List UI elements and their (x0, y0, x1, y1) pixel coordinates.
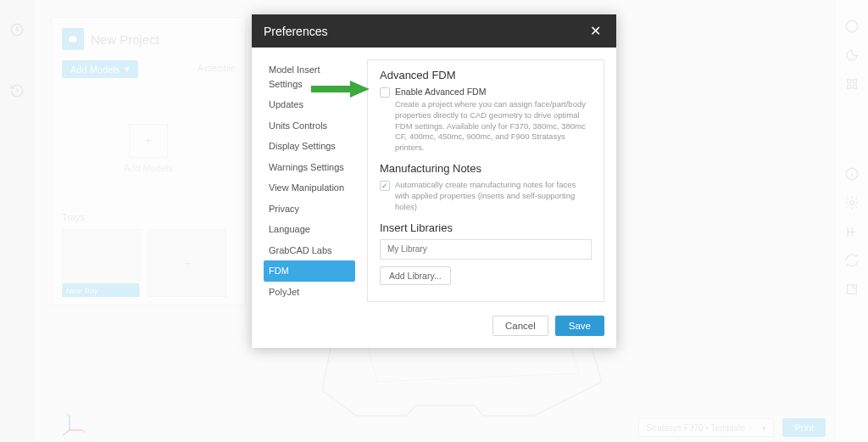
section-manufacturing-title: Manufacturing Notes (380, 162, 592, 175)
section-advanced-fdm-title: Advanced FDM (380, 69, 592, 81)
trays-label: Trays (62, 212, 235, 222)
tray-add[interactable] (148, 229, 226, 297)
left-sidebar (0, 0, 34, 442)
axis-gizmo: x z (61, 411, 86, 437)
add-models-label: Add Models (70, 64, 120, 75)
svg-rect-5 (853, 85, 856, 88)
cloud-icon (843, 17, 861, 36)
drop-zone[interactable]: Add Models (62, 102, 235, 195)
project-title: New Project (91, 32, 159, 47)
tray-active-name: New Tray (66, 287, 98, 295)
drop-label: Add Models (124, 163, 173, 173)
right-sidebar (834, 0, 868, 442)
svg-rect-3 (853, 80, 856, 83)
svg-rect-2 (847, 80, 850, 83)
expand-icon (843, 280, 861, 299)
save-button[interactable]: Save (555, 316, 604, 336)
add-models-button[interactable]: Add Models ▾ (62, 60, 138, 78)
svg-rect-4 (847, 85, 850, 88)
moon-icon (843, 46, 861, 64)
printer-label: Stratasys F370 • Template (646, 423, 745, 433)
svg-point-1 (846, 20, 858, 32)
nav-labs[interactable]: GrabCAD Labs (264, 240, 355, 261)
project-panel: New Project Add Models ▾ Assemble Add Mo… (51, 17, 246, 305)
dialog-footer: Cancel Save (252, 309, 616, 348)
close-icon[interactable]: ✕ (587, 23, 604, 39)
svg-text:z: z (66, 412, 69, 417)
nav-language[interactable]: Language (264, 219, 355, 240)
printer-select[interactable]: Stratasys F370 • Template ▾ (638, 418, 774, 437)
tray-active[interactable]: New Tray (62, 229, 140, 297)
section-libraries-title: Insert Libraries (380, 221, 592, 234)
preferences-dialog: Preferences ✕ Model Insert Settings Upda… (252, 14, 616, 348)
nav-fdm[interactable]: FDM (264, 260, 355, 282)
chevron-down-icon: ▾ (125, 64, 130, 75)
cancel-button[interactable]: Cancel (492, 316, 548, 336)
assemble-link[interactable]: Assemble (198, 64, 235, 73)
svg-rect-8 (847, 285, 856, 294)
nav-warnings[interactable]: Warnings Settings (264, 157, 355, 178)
info-icon (843, 165, 861, 183)
preferences-nav: Model Insert Settings Updates Units Cont… (264, 59, 355, 302)
library-name-input[interactable] (380, 239, 592, 260)
auto-notes-label: Automatically create manufacturing notes… (395, 180, 592, 212)
nav-updates[interactable]: Updates (264, 94, 355, 115)
print-button[interactable]: Print (782, 418, 826, 437)
svg-line-11 (63, 430, 70, 435)
refresh-icon (843, 251, 861, 270)
enable-advanced-fdm-checkbox[interactable] (380, 87, 390, 98)
nav-model-insert[interactable]: Model Insert Settings (264, 59, 355, 94)
dialog-title: Preferences (264, 25, 327, 38)
nav-units[interactable]: Units Controls (264, 115, 355, 137)
svg-point-7 (849, 201, 854, 205)
nav-view[interactable]: View Manipulation (264, 177, 355, 199)
clock-icon (8, 20, 26, 39)
grid-icon (843, 75, 861, 93)
gear-icon (843, 193, 861, 212)
enable-advanced-fdm-desc: Create a project where you can assign fa… (395, 99, 592, 154)
nav-polyjet[interactable]: PolyJet (264, 282, 355, 303)
nav-display[interactable]: Display Settings (264, 136, 355, 157)
drop-plus-icon (129, 124, 168, 158)
dialog-header: Preferences ✕ (252, 14, 616, 48)
add-library-button[interactable]: Add Library... (380, 266, 451, 285)
project-icon (62, 28, 84, 50)
chevron-down-icon: ▾ (762, 423, 766, 433)
layers-icon (843, 222, 861, 241)
auto-notes-checkbox[interactable]: ✓ (380, 181, 390, 191)
svg-text:x: x (83, 428, 86, 434)
history-icon (8, 81, 26, 100)
preferences-content: Advanced FDM Enable Advanced FDM Create … (367, 59, 604, 302)
nav-privacy[interactable]: Privacy (264, 199, 355, 220)
enable-advanced-fdm-label: Enable Advanced FDM (395, 87, 486, 97)
bottom-bar: Stratasys F370 • Template ▾ Print (34, 413, 834, 442)
